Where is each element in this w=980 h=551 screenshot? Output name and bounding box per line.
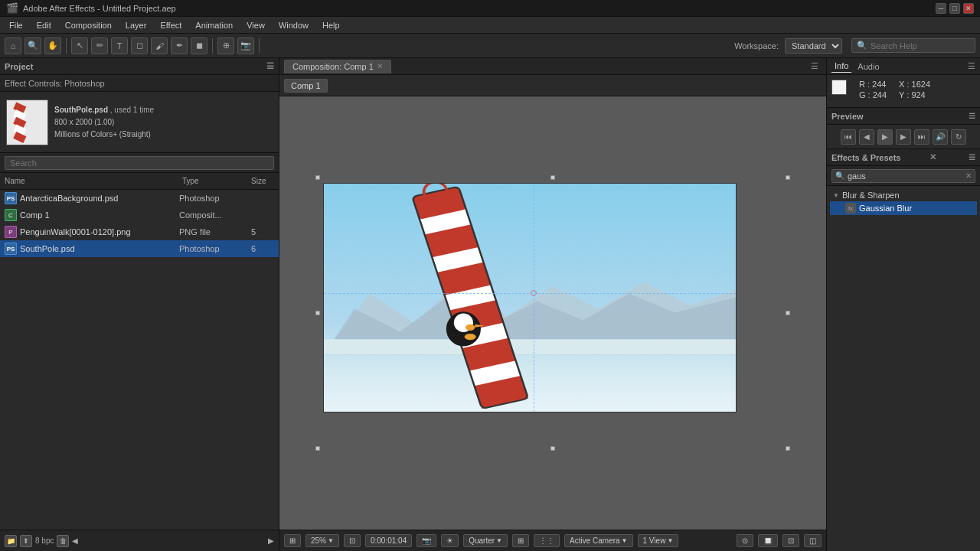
panel-menu-btn[interactable]: ☰	[968, 61, 975, 71]
skip-start-btn[interactable]: ⏮	[841, 129, 856, 145]
tool-camera[interactable]: 📷	[237, 37, 254, 54]
region-btn[interactable]: ⊡	[782, 534, 799, 547]
viewer-canvas	[323, 183, 737, 412]
delete-btn[interactable]: 🗑	[57, 535, 69, 547]
skip-end-btn[interactable]: ⏭	[914, 129, 929, 145]
project-search-input[interactable]	[5, 156, 274, 170]
comp-tab-close[interactable]: ✕	[377, 62, 383, 70]
preview-panel-menu[interactable]: ☰	[969, 112, 975, 120]
handle-left[interactable]	[315, 311, 320, 315]
project-table-header: Name Type Size	[0, 173, 279, 190]
tool-select[interactable]: ↖	[71, 37, 88, 54]
effects-search-input[interactable]	[848, 171, 962, 181]
grid-btn[interactable]: ⊞	[284, 534, 301, 547]
camera-btn[interactable]: 📷	[416, 534, 436, 547]
composition-viewer[interactable]	[279, 96, 826, 530]
handle-tl[interactable]	[315, 175, 320, 180]
file-name: PenguinWalk[0001-0120].png	[20, 227, 176, 236]
audio-btn[interactable]: 🔊	[933, 129, 948, 145]
full-btn[interactable]: ⊞	[512, 534, 529, 547]
prev-btn[interactable]: ◀	[72, 536, 78, 545]
comp-tab-active[interactable]: Composition: Comp 1 ✕	[284, 60, 391, 73]
preview-controls: ⏮ ◀ ▶ ▶ ⏭ 🔊 ↻	[827, 125, 980, 149]
tool-stamp[interactable]: ✒	[171, 37, 188, 54]
search-help-input[interactable]	[871, 41, 970, 51]
snapshot-btn[interactable]: 🔲	[758, 534, 778, 547]
tool-hand[interactable]: ✋	[44, 37, 61, 54]
tool-anchor[interactable]: ⊕	[217, 37, 234, 54]
close-button[interactable]: ✕	[963, 3, 974, 14]
list-item[interactable]: C Comp 1 Composit...	[0, 207, 279, 223]
render-btn[interactable]: ⊙	[737, 534, 753, 547]
handle-br[interactable]	[786, 446, 790, 451]
minimize-button[interactable]: ─	[936, 3, 946, 14]
handle-right[interactable]	[786, 311, 790, 315]
play-btn[interactable]: ▶	[877, 129, 893, 145]
file-name: SouthPole.psd	[20, 244, 176, 253]
tab-audio[interactable]: Audio	[854, 60, 882, 73]
next-frame-btn[interactable]: ▶	[896, 129, 911, 145]
list-item[interactable]: P PenguinWalk[0001-0120].png PNG file 5	[0, 223, 279, 240]
tool-search[interactable]: 🔍	[24, 37, 41, 54]
menu-layer[interactable]: Layer	[119, 19, 153, 31]
exposure-btn[interactable]: ☀	[441, 534, 459, 547]
next-btn[interactable]: ▶	[268, 536, 274, 545]
handle-bottom[interactable]	[550, 446, 555, 451]
tree-item-gaussian-blur[interactable]: fx Gaussian Blur	[830, 201, 977, 215]
loop-btn[interactable]: ↻	[951, 129, 966, 145]
comp-panel-menu[interactable]: ☰	[811, 61, 818, 71]
preview-dims: 800 x 2000 (1.00)	[54, 116, 154, 129]
handle-bl[interactable]	[315, 446, 320, 451]
tool-shape[interactable]: ◻	[131, 37, 148, 54]
tool-home[interactable]: ⌂	[5, 37, 21, 54]
panel-menu-icon[interactable]: ☰	[266, 61, 274, 71]
g-value: G : 244	[859, 90, 887, 99]
effects-close-btn[interactable]: ✕	[929, 152, 936, 162]
menu-help[interactable]: Help	[316, 19, 346, 31]
menu-animation[interactable]: Animation	[189, 19, 239, 31]
list-item[interactable]: PS AntarcticaBackground.psd Photoshop	[0, 190, 279, 207]
tool-brush[interactable]: 🖌	[151, 37, 168, 54]
prev-frame-btn[interactable]: ◀	[859, 129, 874, 145]
project-panel-header: Project ☰	[0, 58, 279, 75]
menu-edit[interactable]: Edit	[31, 19, 57, 31]
menu-composition[interactable]: Composition	[59, 19, 118, 31]
search-help-box[interactable]: 🔍	[851, 38, 975, 53]
quality-select[interactable]: Quarter ▼	[463, 534, 508, 547]
grid-overlay-btn[interactable]: ⋮⋮	[534, 534, 560, 547]
info-col-rg: R : 244 G : 244	[859, 80, 887, 99]
workspace-select[interactable]: Standard	[785, 38, 842, 54]
comp-toolbar-tab-comp[interactable]: Comp 1	[284, 79, 328, 93]
transparency-btn[interactable]: ◫	[804, 534, 822, 547]
left-panel: Project ☰ Effect Controls: Photoshop	[0, 58, 279, 551]
quality-value: Quarter	[469, 536, 495, 545]
menu-view[interactable]: View	[240, 19, 271, 31]
tree-group-name: Blur & Sharpen	[842, 191, 900, 200]
fit-btn[interactable]: ⊡	[344, 534, 361, 547]
camera-view-select[interactable]: Active Camera ▼	[564, 534, 633, 547]
file-type: Composit...	[179, 210, 248, 220]
view-count-select[interactable]: 1 View ▼	[638, 534, 679, 547]
viewer-frame	[315, 175, 790, 451]
menu-window[interactable]: Window	[273, 19, 315, 31]
maximize-button[interactable]: □	[949, 3, 960, 14]
import-btn[interactable]: ⬆	[20, 535, 32, 547]
svg-point-20	[466, 324, 475, 331]
tool-eraser[interactable]: ◼	[191, 37, 207, 54]
new-folder-btn[interactable]: 📁	[5, 535, 17, 547]
svg-rect-0	[7, 100, 47, 145]
handle-top[interactable]	[550, 175, 555, 180]
zoom-select[interactable]: 25% ▼	[305, 534, 339, 547]
tool-pen[interactable]: ✏	[91, 37, 108, 54]
handle-tr[interactable]	[786, 175, 790, 180]
tool-text[interactable]: T	[111, 37, 128, 54]
menu-file[interactable]: File	[3, 19, 29, 31]
menu-effect[interactable]: Effect	[154, 19, 188, 31]
tab-info[interactable]: Info	[831, 60, 851, 73]
list-item[interactable]: PS SouthPole.psd Photoshop 6	[0, 240, 279, 257]
effects-clear-icon[interactable]: ✕	[965, 171, 972, 180]
effects-menu-btn[interactable]: ☰	[969, 153, 975, 161]
titlebar-controls[interactable]: ─ □ ✕	[936, 3, 974, 14]
effects-search-inner[interactable]: 🔍 ✕	[831, 169, 975, 183]
tree-group-header[interactable]: ▼ Blur & Sharpen	[830, 189, 977, 201]
